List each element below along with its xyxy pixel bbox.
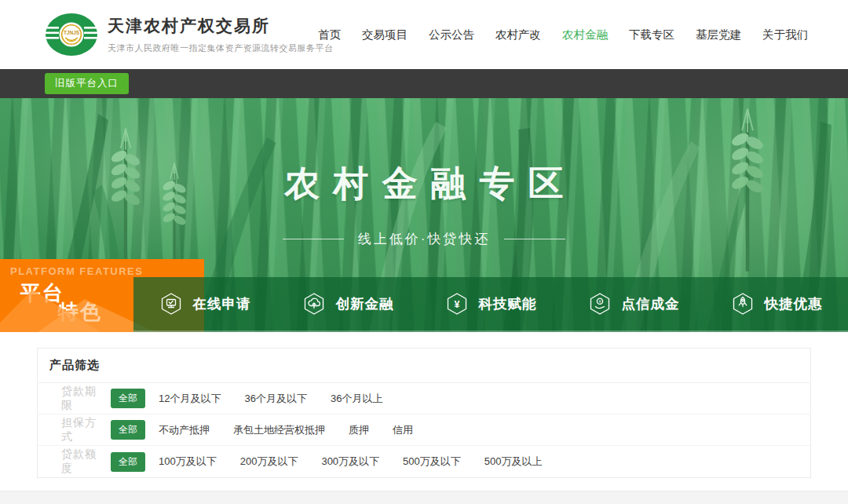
old-platform-entry-button[interactable]: 旧版平台入口 — [45, 73, 129, 94]
fast-rocket-icon — [731, 292, 755, 316]
filter-option[interactable]: 200万及以下 — [240, 455, 298, 469]
filter-selected-badge[interactable]: 全部 — [111, 452, 145, 472]
brand-block: 天津农村产权交易所 天津市人民政府唯一指定集体资产资源流转交易服务平台 — [108, 15, 334, 54]
nav-item-about[interactable]: 关于我们 — [762, 27, 808, 42]
filter-option[interactable]: 36个月以上 — [331, 392, 382, 406]
filter-option[interactable]: 12个月及以下 — [159, 392, 221, 406]
site-title: 天津农村产权交易所 — [108, 15, 334, 37]
filter-option[interactable]: 500万及以下 — [403, 455, 461, 469]
innovation-cloud-icon — [302, 292, 326, 316]
feature-label: 快捷优惠 — [765, 294, 823, 313]
feature-bar: 在线申请 创新金融 ¥ 科技赋能 ¥ 点信成金 — [133, 277, 848, 332]
filter-row-loan-amount: 贷款额度 全部 100万及以下200万及以下300万及以下500万及以下500万… — [38, 446, 810, 477]
nav-item-rural-reform[interactable]: 农村产改 — [495, 27, 541, 42]
platform-features-en-label: PLATFORM FEATURES — [10, 265, 143, 277]
filter-options: 12个月及以下36个月及以下36个月以上 — [159, 392, 382, 406]
logo-text: TJNJS — [64, 30, 80, 35]
site-subtitle: 天津市人民政府唯一指定集体资产资源流转交易服务平台 — [108, 42, 334, 54]
hero-banner: 农村金融专区 线上低价·快贷快还 PLATFORM FEATURES 平台 特色… — [0, 98, 848, 332]
credit-coin-hand-icon: ¥ — [588, 292, 612, 316]
filter-option[interactable]: 300万及以下 — [321, 455, 379, 469]
online-apply-monitor-icon — [159, 292, 183, 316]
filter-option[interactable]: 500万及以上 — [484, 455, 543, 469]
filter-option[interactable]: 100万及以下 — [159, 455, 217, 469]
filter-option[interactable]: 36个月及以下 — [244, 392, 306, 406]
hero-subtitle: 线上低价·快贷快还 — [358, 230, 491, 248]
feature-label: 科技赋能 — [479, 294, 537, 313]
filter-row-label: 贷款额度 — [61, 447, 108, 476]
main-nav: 首页 交易项目 公示公告 农村产改 农村金融 下载专区 基层党建 关于我们 — [318, 0, 808, 69]
hero-subtitle-row: 线上低价·快贷快还 — [0, 230, 848, 248]
product-filter-card: 产品筛选 贷款期限 全部 12个月及以下36个月及以下36个月以上 担保方式 全… — [37, 348, 811, 478]
filter-option[interactable]: 承包土地经营权抵押 — [233, 423, 325, 437]
feature-item-fast-discount[interactable]: 快捷优惠 — [705, 277, 848, 331]
hero-line-right — [504, 239, 565, 239]
filter-row-guarantee-type: 担保方式 全部 不动产抵押承包土地经营权抵押质押信用 — [38, 415, 810, 446]
filter-option[interactable]: 质押 — [349, 423, 369, 437]
filter-row-label: 贷款期限 — [61, 385, 108, 413]
filter-options: 100万及以下200万及以下300万及以下500万及以下500万及以上 — [159, 455, 543, 469]
site-header: TJNJS 天津农村产权交易所 天津市人民政府唯一指定集体资产资源流转交易服务平… — [0, 0, 848, 69]
feature-label: 点信成金 — [622, 294, 680, 313]
feature-label: 在线申请 — [193, 294, 251, 313]
hero-line-left — [283, 239, 344, 239]
feature-item-tech-empowerment[interactable]: ¥ 科技赋能 — [419, 277, 562, 331]
filter-options: 不动产抵押承包土地经营权抵押质押信用 — [159, 423, 413, 437]
filter-selected-badge[interactable]: 全部 — [111, 389, 145, 408]
feature-item-online-apply[interactable]: 在线申请 — [133, 277, 276, 331]
site-logo: TJNJS — [45, 12, 98, 57]
nav-item-rural-finance[interactable]: 农村金融 — [562, 27, 608, 42]
footer-strip — [0, 491, 848, 504]
feature-item-credit-to-gold[interactable]: ¥ 点信成金 — [562, 277, 705, 331]
filter-row-loan-term: 贷款期限 全部 12个月及以下36个月及以下36个月以上 — [38, 383, 810, 415]
filter-row-label: 担保方式 — [61, 416, 108, 444]
nav-item-party-building[interactable]: 基层党建 — [696, 27, 741, 42]
utility-bar: 旧版平台入口 — [0, 69, 848, 98]
filter-title: 产品筛选 — [38, 349, 810, 383]
filter-option[interactable]: 不动产抵押 — [159, 423, 210, 437]
filter-option[interactable]: 信用 — [393, 423, 413, 437]
svg-text:¥: ¥ — [454, 299, 459, 310]
nav-item-home[interactable]: 首页 — [318, 27, 341, 42]
hero-title: 农村金融专区 — [0, 98, 848, 207]
feature-label: 创新金融 — [336, 294, 394, 313]
nav-item-downloads[interactable]: 下载专区 — [629, 27, 674, 42]
feature-item-innovative-finance[interactable]: 创新金融 — [276, 277, 419, 331]
nav-item-notices[interactable]: 公示公告 — [429, 27, 474, 42]
nav-item-projects[interactable]: 交易项目 — [362, 27, 408, 42]
filter-selected-badge[interactable]: 全部 — [111, 420, 145, 440]
tech-yuan-icon: ¥ — [445, 292, 469, 316]
